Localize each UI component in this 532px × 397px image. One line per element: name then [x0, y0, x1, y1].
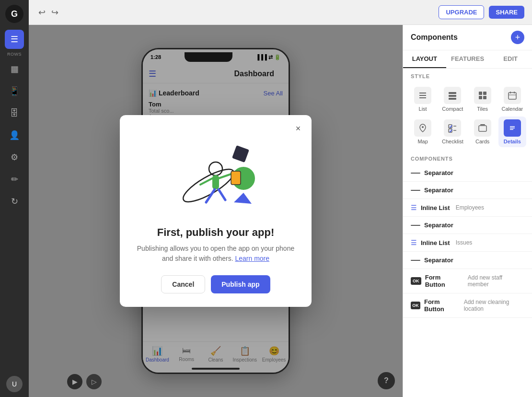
cards-style-icon [474, 119, 491, 137]
style-section-label: STYLE [403, 69, 532, 82]
modal-actions: Cancel Publish app [135, 275, 296, 293]
sidebar-item-rows[interactable]: ☰ [5, 30, 24, 49]
svg-point-24 [422, 126, 424, 128]
separator-dash-icon-2 [411, 190, 420, 191]
cards-style-label: Cards [475, 139, 489, 144]
inline-list-employees-sub: Employees [456, 204, 484, 211]
style-option-tiles[interactable]: Tiles [469, 84, 497, 115]
cancel-button[interactable]: Cancel [161, 275, 205, 293]
share-button[interactable]: SHARE [489, 6, 524, 19]
sidebar-rows-label: ROWS [7, 52, 22, 57]
right-panel: Components + LAYOUT FEATURES EDIT STYLE … [403, 25, 532, 397]
svg-point-1 [209, 162, 222, 175]
svg-rect-2 [212, 175, 219, 189]
svg-rect-20 [509, 93, 516, 99]
phone-preview-area: 1:28 ▐▐▐ ⇄ 🔋 ☰ Dashboard 📊 Le [29, 25, 403, 397]
publish-modal: × [120, 115, 312, 307]
svg-rect-13 [449, 92, 456, 94]
sidebar-item-mobile[interactable]: 📱 [5, 82, 24, 101]
style-grid: List Compact Tiles [403, 82, 532, 151]
tab-features[interactable]: FEATURES [446, 50, 489, 68]
upgrade-button[interactable]: UPGRADE [439, 5, 484, 19]
component-separator-3[interactable]: Separator [403, 217, 532, 234]
redo-button[interactable]: ↪ [49, 5, 60, 20]
separator-1-label: Separator [424, 169, 453, 176]
svg-rect-17 [483, 92, 486, 95]
panel-header: Components + [403, 25, 532, 50]
svg-line-4 [219, 189, 225, 200]
sidebar-item-sync[interactable]: ↻ [5, 192, 24, 211]
undo-button[interactable]: ↩ [36, 5, 47, 20]
separator-dash-icon-3 [411, 225, 420, 226]
inline-list-icon: ☰ [411, 204, 417, 211]
svg-rect-14 [449, 95, 456, 97]
tab-edit[interactable]: EDIT [489, 50, 532, 68]
form-button-staff-sub: Add new staff member [468, 274, 524, 288]
user-avatar[interactable]: U [6, 376, 23, 392]
modal-illustration [135, 130, 296, 217]
modal-title: First, publish your app! [135, 226, 296, 239]
separator-3-label: Separator [424, 222, 453, 229]
sidebar-item-data[interactable]: 🗄 [5, 104, 24, 123]
style-option-cards[interactable]: Cards [469, 117, 497, 147]
sidebar-item-users[interactable]: 👤 [5, 126, 24, 145]
sidebar-item-layout[interactable]: ▦ [5, 59, 24, 79]
tiles-style-label: Tiles [477, 106, 488, 112]
publish-button[interactable]: Publish app [211, 275, 270, 293]
content-row: 1:28 ▐▐▐ ⇄ 🔋 ☰ Dashboard 📊 Le [29, 25, 532, 397]
separator-dash-icon [411, 173, 420, 174]
style-option-list[interactable]: List [409, 84, 437, 115]
form-button-cleaning-label: Form Button [424, 298, 458, 313]
tab-layout[interactable]: LAYOUT [403, 50, 446, 68]
sidebar-logo[interactable]: G [5, 5, 23, 23]
map-style-label: Map [417, 139, 428, 144]
style-option-checklist[interactable]: Checklist [439, 117, 466, 147]
modal-close-button[interactable]: × [291, 122, 305, 135]
svg-rect-9 [231, 171, 241, 185]
inline-list-employees-label: Inline List [421, 204, 450, 211]
svg-rect-15 [449, 98, 456, 100]
inline-list-issues-label: Inline List [421, 239, 450, 246]
svg-rect-7 [232, 145, 249, 163]
component-separator-2[interactable]: Separator [403, 182, 532, 199]
form-button-icon-2: OK [411, 302, 420, 309]
panel-add-button[interactable]: + [511, 31, 524, 44]
components-section-label: COMPONENTS [403, 151, 532, 164]
component-inline-list-issues[interactable]: ☰ Inline List Issues [403, 234, 532, 252]
svg-line-6 [219, 174, 232, 178]
calendar-style-icon [504, 87, 521, 104]
modal-illustration-svg [163, 133, 268, 214]
svg-rect-29 [479, 126, 486, 131]
sidebar-item-settings[interactable]: ⚙ [5, 148, 24, 167]
modal-overlay: × [29, 25, 403, 397]
svg-rect-30 [480, 124, 485, 125]
separator-2-label: Separator [424, 187, 453, 194]
sidebar-item-edit[interactable]: ✏ [5, 170, 24, 189]
svg-rect-18 [479, 96, 482, 99]
separator-4-label: Separator [424, 257, 453, 264]
style-option-map[interactable]: Map [409, 117, 437, 147]
list-style-icon [414, 87, 431, 104]
list-style-label: List [419, 106, 427, 112]
checklist-style-label: Checklist [442, 139, 463, 144]
form-button-cleaning-sub: Add new cleaning location [464, 299, 524, 312]
learn-more-link[interactable]: Learn more [235, 255, 269, 262]
undo-redo-controls: ↩ ↪ [36, 5, 60, 20]
component-form-button-staff[interactable]: OK Form Button Add new staff member [403, 269, 532, 293]
style-option-compact[interactable]: Compact [439, 84, 466, 115]
component-form-button-cleaning[interactable]: OK Form Button Add new cleaning location [403, 293, 532, 318]
component-separator-4[interactable]: Separator [403, 252, 532, 269]
inline-list-icon-2: ☰ [411, 239, 417, 246]
sidebar-bottom: U [6, 376, 23, 392]
components-list: Separator Separator ☰ Inline List Employ… [403, 164, 532, 397]
component-inline-list-employees[interactable]: ☰ Inline List Employees [403, 199, 532, 217]
style-option-details[interactable]: Details [498, 117, 526, 147]
top-header: ↩ ↪ UPGRADE SHARE [29, 0, 532, 25]
panel-tabs: LAYOUT FEATURES EDIT [403, 50, 532, 69]
modal-description: Publishing allows you to open the app on… [135, 244, 296, 264]
compact-style-icon [444, 87, 461, 104]
component-separator-1[interactable]: Separator [403, 164, 532, 182]
details-style-icon [504, 119, 521, 137]
style-option-calendar[interactable]: Calendar [498, 84, 526, 115]
calendar-style-label: Calendar [502, 106, 523, 112]
